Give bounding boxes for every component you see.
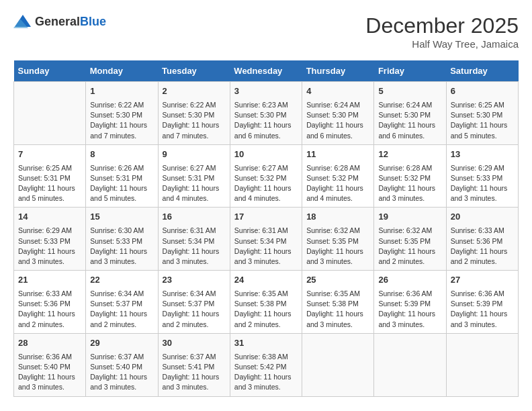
day-header-thursday: Thursday xyxy=(302,60,374,82)
day-number: 6 xyxy=(451,85,514,98)
day-info: Sunrise: 6:22 AM Sunset: 5:30 PM Dayligh… xyxy=(163,100,226,141)
page-header: GeneralBlue December 2025 Half Way Tree,… xyxy=(13,13,519,50)
day-info: Sunrise: 6:34 AM Sunset: 5:37 PM Dayligh… xyxy=(90,289,153,330)
calendar-cell xyxy=(374,333,446,396)
day-number: 3 xyxy=(234,85,298,98)
calendar-cell: 14Sunrise: 6:29 AM Sunset: 5:33 PM Dayli… xyxy=(14,208,86,271)
calendar-cell: 27Sunrise: 6:36 AM Sunset: 5:39 PM Dayli… xyxy=(446,271,518,334)
day-header-saturday: Saturday xyxy=(446,60,518,82)
day-number: 9 xyxy=(163,148,226,161)
day-info: Sunrise: 6:22 AM Sunset: 5:30 PM Dayligh… xyxy=(90,100,153,141)
day-number: 1 xyxy=(90,85,153,98)
day-number: 18 xyxy=(306,211,369,224)
logo-general: General xyxy=(35,15,80,28)
day-number: 15 xyxy=(90,211,153,224)
calendar-cell: 6Sunrise: 6:25 AM Sunset: 5:30 PM Daylig… xyxy=(446,82,518,145)
calendar-cell: 28Sunrise: 6:36 AM Sunset: 5:40 PM Dayli… xyxy=(14,333,86,396)
calendar-cell: 22Sunrise: 6:34 AM Sunset: 5:37 PM Dayli… xyxy=(86,271,158,334)
day-number: 25 xyxy=(306,274,369,287)
calendar-cell: 20Sunrise: 6:33 AM Sunset: 5:36 PM Dayli… xyxy=(446,208,518,271)
day-number: 19 xyxy=(378,211,441,224)
day-info: Sunrise: 6:30 AM Sunset: 5:33 PM Dayligh… xyxy=(90,226,153,267)
day-header-tuesday: Tuesday xyxy=(158,60,230,82)
day-info: Sunrise: 6:24 AM Sunset: 5:30 PM Dayligh… xyxy=(378,100,441,141)
calendar-cell: 29Sunrise: 6:37 AM Sunset: 5:40 PM Dayli… xyxy=(86,333,158,396)
logo: GeneralBlue xyxy=(13,13,106,30)
calendar-cell xyxy=(302,333,374,396)
day-info: Sunrise: 6:32 AM Sunset: 5:35 PM Dayligh… xyxy=(378,226,441,267)
day-info: Sunrise: 6:28 AM Sunset: 5:32 PM Dayligh… xyxy=(306,163,369,204)
day-number: 31 xyxy=(234,337,298,350)
week-row-2: 7Sunrise: 6:25 AM Sunset: 5:31 PM Daylig… xyxy=(14,144,519,208)
day-info: Sunrise: 6:29 AM Sunset: 5:33 PM Dayligh… xyxy=(451,163,514,204)
calendar-cell: 19Sunrise: 6:32 AM Sunset: 5:35 PM Dayli… xyxy=(374,208,446,271)
day-info: Sunrise: 6:31 AM Sunset: 5:34 PM Dayligh… xyxy=(163,226,226,267)
main-title: December 2025 xyxy=(365,13,519,38)
day-info: Sunrise: 6:25 AM Sunset: 5:30 PM Dayligh… xyxy=(451,100,514,141)
calendar-cell: 1Sunrise: 6:22 AM Sunset: 5:30 PM Daylig… xyxy=(86,82,158,145)
calendar-cell: 18Sunrise: 6:32 AM Sunset: 5:35 PM Dayli… xyxy=(302,208,374,271)
day-info: Sunrise: 6:34 AM Sunset: 5:37 PM Dayligh… xyxy=(163,289,226,330)
day-number: 26 xyxy=(378,274,441,287)
day-number: 4 xyxy=(306,85,369,98)
day-number: 24 xyxy=(234,274,298,287)
day-info: Sunrise: 6:36 AM Sunset: 5:39 PM Dayligh… xyxy=(451,289,514,330)
day-info: Sunrise: 6:33 AM Sunset: 5:36 PM Dayligh… xyxy=(18,289,81,330)
calendar-cell: 2Sunrise: 6:22 AM Sunset: 5:30 PM Daylig… xyxy=(158,82,230,145)
day-info: Sunrise: 6:35 AM Sunset: 5:38 PM Dayligh… xyxy=(306,289,369,330)
day-number: 7 xyxy=(18,148,81,161)
day-number: 17 xyxy=(234,211,298,224)
week-row-4: 21Sunrise: 6:33 AM Sunset: 5:36 PM Dayli… xyxy=(14,271,519,334)
day-info: Sunrise: 6:31 AM Sunset: 5:34 PM Dayligh… xyxy=(234,226,298,267)
day-info: Sunrise: 6:36 AM Sunset: 5:39 PM Dayligh… xyxy=(378,289,441,330)
day-info: Sunrise: 6:27 AM Sunset: 5:32 PM Dayligh… xyxy=(234,163,298,204)
calendar-cell: 25Sunrise: 6:35 AM Sunset: 5:38 PM Dayli… xyxy=(302,271,374,334)
day-number: 11 xyxy=(306,148,369,161)
week-row-3: 14Sunrise: 6:29 AM Sunset: 5:33 PM Dayli… xyxy=(14,208,519,271)
day-number: 5 xyxy=(378,85,441,98)
calendar-cell: 10Sunrise: 6:27 AM Sunset: 5:32 PM Dayli… xyxy=(230,144,302,208)
header-row: SundayMondayTuesdayWednesdayThursdayFrid… xyxy=(14,60,519,82)
day-info: Sunrise: 6:37 AM Sunset: 5:41 PM Dayligh… xyxy=(163,352,226,393)
day-info: Sunrise: 6:29 AM Sunset: 5:33 PM Dayligh… xyxy=(18,226,81,267)
calendar-cell: 23Sunrise: 6:34 AM Sunset: 5:37 PM Dayli… xyxy=(158,271,230,334)
calendar-cell: 17Sunrise: 6:31 AM Sunset: 5:34 PM Dayli… xyxy=(230,208,302,271)
day-info: Sunrise: 6:36 AM Sunset: 5:40 PM Dayligh… xyxy=(18,352,81,393)
calendar-cell: 5Sunrise: 6:24 AM Sunset: 5:30 PM Daylig… xyxy=(374,82,446,145)
day-header-monday: Monday xyxy=(86,60,158,82)
day-number: 2 xyxy=(163,85,226,98)
calendar-cell: 21Sunrise: 6:33 AM Sunset: 5:36 PM Dayli… xyxy=(14,271,86,334)
day-info: Sunrise: 6:27 AM Sunset: 5:31 PM Dayligh… xyxy=(163,163,226,204)
calendar-cell: 26Sunrise: 6:36 AM Sunset: 5:39 PM Dayli… xyxy=(374,271,446,334)
day-number: 12 xyxy=(378,148,441,161)
calendar-cell: 7Sunrise: 6:25 AM Sunset: 5:31 PM Daylig… xyxy=(14,144,86,208)
logo-icon xyxy=(13,13,32,30)
day-number: 20 xyxy=(451,211,514,224)
calendar-cell xyxy=(446,333,518,396)
day-info: Sunrise: 6:38 AM Sunset: 5:42 PM Dayligh… xyxy=(234,352,298,393)
day-info: Sunrise: 6:23 AM Sunset: 5:30 PM Dayligh… xyxy=(234,100,298,141)
day-info: Sunrise: 6:26 AM Sunset: 5:31 PM Dayligh… xyxy=(90,163,153,204)
day-number: 27 xyxy=(451,274,514,287)
day-number: 21 xyxy=(18,274,81,287)
day-number: 30 xyxy=(163,337,226,350)
day-number: 10 xyxy=(234,148,298,161)
day-number: 22 xyxy=(90,274,153,287)
calendar-cell: 4Sunrise: 6:24 AM Sunset: 5:30 PM Daylig… xyxy=(302,82,374,145)
calendar-cell: 11Sunrise: 6:28 AM Sunset: 5:32 PM Dayli… xyxy=(302,144,374,208)
title-block: December 2025 Half Way Tree, Jamaica xyxy=(365,13,519,50)
day-header-friday: Friday xyxy=(374,60,446,82)
calendar-cell: 15Sunrise: 6:30 AM Sunset: 5:33 PM Dayli… xyxy=(86,208,158,271)
week-row-1: 1Sunrise: 6:22 AM Sunset: 5:30 PM Daylig… xyxy=(14,82,519,145)
calendar-cell xyxy=(14,82,86,145)
day-number: 8 xyxy=(90,148,153,161)
week-row-5: 28Sunrise: 6:36 AM Sunset: 5:40 PM Dayli… xyxy=(14,333,519,396)
calendar-table: SundayMondayTuesdayWednesdayThursdayFrid… xyxy=(13,60,519,397)
day-info: Sunrise: 6:35 AM Sunset: 5:38 PM Dayligh… xyxy=(234,289,298,330)
calendar-cell: 12Sunrise: 6:28 AM Sunset: 5:32 PM Dayli… xyxy=(374,144,446,208)
calendar-cell: 8Sunrise: 6:26 AM Sunset: 5:31 PM Daylig… xyxy=(86,144,158,208)
day-header-sunday: Sunday xyxy=(14,60,86,82)
calendar-cell: 9Sunrise: 6:27 AM Sunset: 5:31 PM Daylig… xyxy=(158,144,230,208)
calendar-cell: 24Sunrise: 6:35 AM Sunset: 5:38 PM Dayli… xyxy=(230,271,302,334)
calendar-cell: 31Sunrise: 6:38 AM Sunset: 5:42 PM Dayli… xyxy=(230,333,302,396)
